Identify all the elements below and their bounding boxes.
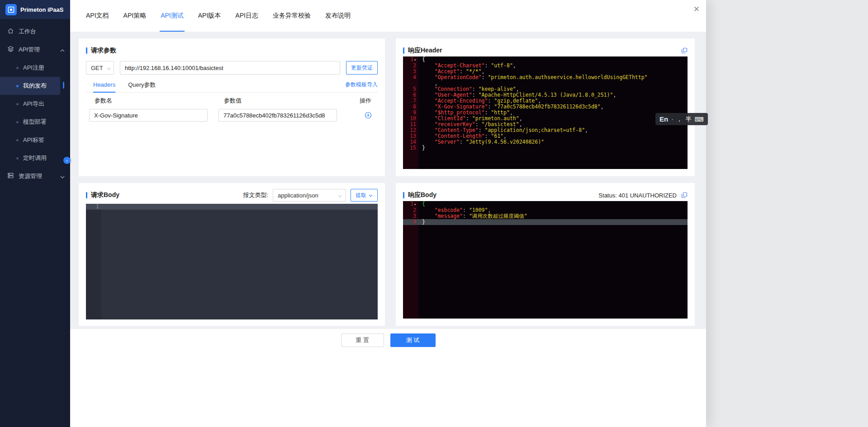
sidebar-item-label: API标签: [23, 136, 44, 144]
chevron-down-icon: [369, 192, 373, 198]
panel-title: 请求参数: [91, 47, 116, 55]
sidebar-item-workbench[interactable]: 工作台: [0, 23, 70, 41]
test-button[interactable]: 测 试: [390, 333, 436, 347]
param-name-input[interactable]: [89, 109, 208, 122]
subtab-headers[interactable]: Headers: [93, 77, 115, 93]
home-icon: [7, 28, 14, 36]
brand-header: Primeton iPaaS: [0, 0, 70, 19]
reset-button[interactable]: 重 置: [341, 333, 384, 347]
request-body-editor[interactable]: 1: [86, 204, 378, 319]
update-credential-button[interactable]: 更新凭证: [346, 61, 378, 75]
subtab-query-params[interactable]: Query参数: [128, 77, 156, 93]
sidebar-item-my-publish[interactable]: 我的发布: [0, 77, 60, 95]
sidebar-item-label: API导出: [23, 100, 44, 108]
ime-punctuation-mode: ，: [677, 115, 683, 123]
update-credential-label: 更新凭证: [351, 64, 373, 72]
sidebar-item-api-management[interactable]: API管理: [0, 41, 70, 59]
response-body-editor[interactable]: 1▾{2 "esbcode": "1009",3 "message": "调用次…: [403, 201, 688, 319]
chevron-down-icon: [60, 173, 65, 180]
active-menu-indicator: [63, 82, 64, 89]
ime-halfwidth-mode: 半: [686, 115, 692, 123]
template-import-link[interactable]: 参数模板导入: [345, 81, 378, 89]
sidebar-item-label: 模型部署: [23, 118, 47, 126]
layers-icon: [7, 46, 14, 54]
content-type-label: 报文类型:: [243, 191, 268, 199]
close-icon[interactable]: ✕: [693, 5, 700, 13]
col-param-name: 参数名: [89, 97, 208, 105]
chevron-up-icon: [60, 47, 65, 53]
col-param-value: 参数值: [218, 97, 337, 105]
tab-api-policy[interactable]: API策略: [123, 0, 147, 32]
sidebar-item-label: 工作台: [19, 28, 65, 36]
sidebar-collapse-button[interactable]: ‹: [63, 157, 71, 164]
chevron-down-icon: [107, 65, 111, 71]
sidebar-item-model-deploy[interactable]: 模型部署: [0, 113, 70, 131]
server-icon: [7, 172, 14, 180]
panel-title-bar: [86, 47, 87, 54]
sidebar-item-api-register[interactable]: API注册: [0, 59, 70, 77]
ime-language-indicator: En: [659, 115, 668, 123]
tab-api-test[interactable]: API测试: [161, 0, 184, 32]
panel-title: 响应Body: [408, 191, 436, 199]
content-type-select[interactable]: application/json: [273, 189, 346, 202]
bullet-icon: [16, 67, 19, 69]
request-body-panel: 请求Body 报文类型: application/json 提取: [79, 183, 385, 326]
tab-release-notes[interactable]: 发布说明: [325, 0, 351, 32]
sidebar-item-label: 定时调用: [23, 154, 47, 162]
panel-title-bar: [403, 47, 404, 54]
response-body-panel: 响应Body Status: 401 UNAUTHORIZED 1▾{2 "es…: [396, 183, 695, 326]
api-test-drawer: ✕ API文档 API策略 API测试 API版本 API日志 业务异常校验 发…: [70, 0, 706, 427]
ime-dot: ·: [671, 116, 673, 122]
sidebar-item-api-tags[interactable]: API标签: [0, 131, 70, 149]
bullet-icon: [16, 85, 19, 87]
request-params-panel: 请求参数 GET 更新凭证 Headers Query参数 参数模板导入: [79, 38, 385, 176]
sidebar-item-label: 资源管理: [19, 172, 56, 180]
param-subtabs: Headers Query参数 参数模板导入: [86, 77, 378, 93]
param-table-row: [86, 108, 378, 122]
tab-bar: API文档 API策略 API测试 API版本 API日志 业务异常校验 发布说…: [86, 0, 351, 32]
bullet-icon: [16, 157, 19, 160]
drawer-content: 请求参数 GET 更新凭证 Headers Query参数 参数模板导入: [70, 32, 706, 329]
bullet-icon: [16, 139, 19, 141]
primeton-logo-icon: [5, 4, 17, 15]
panel-title-bar: [403, 192, 404, 198]
chevron-down-icon: [338, 192, 342, 199]
param-table-header: 参数名 参数值 操作: [86, 94, 378, 108]
method-value: GET: [91, 65, 103, 71]
col-action: 操作: [337, 97, 378, 105]
param-value-input[interactable]: [218, 109, 337, 122]
drawer-footer: 重 置 测 试: [70, 329, 706, 427]
sidebar-item-label: 我的发布: [23, 82, 47, 90]
url-input[interactable]: [120, 61, 340, 75]
sidebar-item-api-export[interactable]: API导出: [0, 95, 70, 113]
panel-title-bar: [86, 192, 87, 198]
add-param-icon[interactable]: [365, 112, 372, 119]
sidebar-item-label: API注册: [23, 64, 44, 72]
copy-icon[interactable]: [681, 47, 688, 54]
content-type-value: application/json: [278, 192, 318, 199]
collapse-arrow-icon: ‹: [66, 158, 68, 163]
panel-title: 响应Header: [408, 47, 442, 55]
extract-label: 提取: [356, 192, 366, 199]
brand-title: Primeton iPaaS: [20, 6, 63, 13]
bullet-icon: [16, 103, 19, 105]
tab-api-doc[interactable]: API文档: [86, 0, 109, 32]
bullet-icon: [16, 121, 19, 123]
sidebar-item-resource-management[interactable]: 资源管理: [0, 167, 70, 185]
sidebar-item-label: API管理: [19, 46, 56, 54]
keyboard-icon: ⌨: [695, 116, 704, 123]
tab-biz-exception-check[interactable]: 业务异常校验: [273, 0, 311, 32]
sidebar-item-scheduled-call[interactable]: 定时调用: [0, 149, 70, 167]
sidebar: Primeton iPaaS 工作台 API管理 API注册 我的发布 API导…: [0, 0, 70, 427]
tab-api-log[interactable]: API日志: [235, 0, 258, 32]
tab-api-version[interactable]: API版本: [198, 0, 221, 32]
response-header-panel: 响应Header 1▾{2 "Accept-Charset": "utf-8",…: [396, 38, 695, 176]
response-header-editor[interactable]: 1▾{2 "Accept-Charset": "utf-8",3 "Accept…: [403, 56, 688, 169]
status-badge: Status: 401 UNAUTHORIZED: [598, 192, 677, 199]
extract-button[interactable]: 提取: [351, 189, 378, 202]
panel-title: 请求Body: [91, 191, 119, 199]
method-select[interactable]: GET: [86, 61, 114, 75]
ime-status-bar[interactable]: En · ， 半 ⌨: [655, 113, 708, 125]
copy-icon[interactable]: [681, 192, 688, 198]
